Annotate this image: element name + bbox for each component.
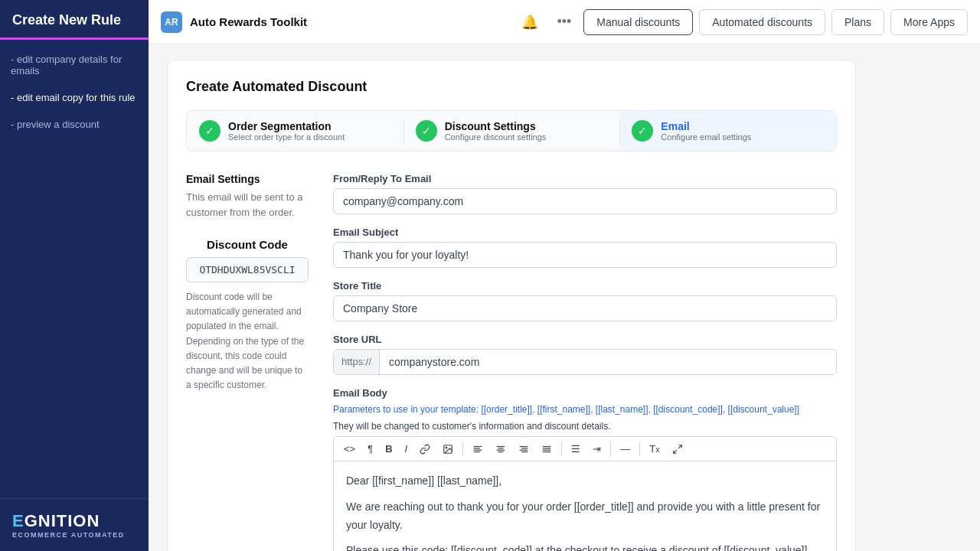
form-layout: Email Settings This email will be sent t… [186, 173, 837, 551]
toolbar-paragraph-btn[interactable]: ¶ [362, 440, 378, 458]
params-info-line1: Parameters to use in your template: [[or… [333, 403, 837, 416]
store-url-input[interactable] [380, 350, 836, 374]
toolbar-image-btn[interactable] [437, 441, 459, 458]
app-name: Auto Rewards Toolkit [190, 15, 307, 28]
brand-logo: EGNITION ECOMMERCE AUTOMATED [12, 511, 136, 539]
step1-check-icon: ✓ [199, 120, 220, 142]
stepper: ✓ Order Segmentation Select order type f… [186, 110, 837, 152]
sidebar-footer: EGNITION ECOMMERCE AUTOMATED [0, 498, 149, 551]
brand-name: EGNITION [12, 511, 136, 531]
toolbar-list-btn[interactable]: ☰ [566, 440, 586, 458]
toolbar-justify-btn[interactable] [536, 441, 557, 458]
toolbar-bold-btn[interactable]: B [380, 440, 397, 458]
params-prefix: Parameters to use in your template: [333, 404, 481, 415]
notification-icon[interactable]: 🔔 [515, 11, 544, 34]
discount-code-title: Discount Code [186, 238, 309, 251]
step3-title: Email [661, 120, 751, 132]
toolbar-sep4 [639, 442, 640, 456]
toolbar-italic-btn[interactable]: I [400, 440, 413, 458]
email-body-label: Email Body [333, 387, 837, 399]
url-prefix: https:// [334, 350, 380, 374]
create-discount-card: Create Automated Discount ✓ Order Segmen… [167, 60, 856, 551]
sidebar-item-edit-company[interactable]: - edit company details for emails [0, 46, 149, 84]
store-url-group: Store URL https:// [333, 334, 837, 375]
email-settings-label: Email Settings [186, 173, 309, 185]
params-info-line2: They will be changed to customer's infor… [333, 419, 837, 433]
step-email[interactable]: ✓ Email Configure email settings [619, 111, 836, 151]
svg-line-18 [678, 445, 681, 448]
step2-subtitle: Configure discount settings [445, 132, 547, 142]
discount-code-note: Discount code will be automatically gene… [186, 290, 309, 393]
store-title-input[interactable] [333, 295, 837, 321]
toolbar-sep2 [561, 442, 562, 456]
email-settings-desc: This email will be sent to a customer fr… [186, 190, 309, 220]
subject-group: Email Subject [333, 227, 837, 268]
sidebar-title: Create New Rule [0, 0, 149, 40]
sidebar: Create New Rule - edit company details f… [0, 0, 149, 551]
editor-toolbar: <> ¶ B I [333, 436, 837, 461]
toolbar-hr-btn[interactable]: — [615, 440, 635, 458]
from-email-label: From/Reply To Email [333, 173, 837, 184]
sidebar-item-preview[interactable]: - preview a discount [0, 111, 149, 138]
form-right: From/Reply To Email Email Subject Store … [333, 173, 837, 551]
form-left: Email Settings This email will be sent t… [186, 173, 309, 551]
topbar-left: AR Auto Rewards Toolkit [161, 11, 307, 33]
toolbar-link-btn[interactable] [414, 441, 436, 458]
sidebar-nav: - edit company details for emails - edit… [0, 40, 149, 498]
toolbar-format-btn[interactable]: Tx [644, 440, 665, 458]
email-body-line-3: Please use this code: [[discount_code]] … [346, 542, 824, 551]
toolbar-indent-btn[interactable]: ⇥ [587, 440, 606, 458]
step1-subtitle: Select order type for a discount [228, 132, 345, 142]
card-title: Create Automated Discount [186, 79, 837, 95]
svg-line-19 [673, 450, 676, 453]
topbar-right: 🔔 ••• Manual discounts Automated discoun… [515, 9, 968, 35]
plans-button[interactable]: Plans [831, 9, 884, 35]
toolbar-align-right-btn[interactable] [513, 441, 534, 458]
automated-discounts-button[interactable]: Automated discounts [699, 9, 825, 35]
subject-input[interactable] [333, 242, 837, 268]
step2-title: Discount Settings [445, 120, 547, 132]
toolbar-fullscreen-btn[interactable] [667, 441, 688, 458]
content-area: Create Automated Discount ✓ Order Segmen… [149, 44, 980, 551]
params-values: [[order_title]], [[first_name]], [[last_… [481, 404, 799, 415]
url-input-wrap: https:// [333, 349, 837, 375]
step1-title: Order Segmentation [228, 120, 345, 132]
email-body-line-2: We are reaching out to thank you for you… [346, 498, 824, 535]
toolbar-align-center-btn[interactable] [490, 441, 511, 458]
store-title-group: Store Title [333, 280, 837, 321]
topbar: AR Auto Rewards Toolkit 🔔 ••• Manual dis… [149, 0, 980, 44]
svg-point-1 [446, 447, 447, 448]
step-order-segmentation[interactable]: ✓ Order Segmentation Select order type f… [187, 111, 403, 151]
from-email-input[interactable] [333, 188, 837, 214]
main-area: AR Auto Rewards Toolkit 🔔 ••• Manual dis… [149, 0, 980, 551]
manual-discounts-button[interactable]: Manual discounts [583, 9, 693, 35]
discount-code-block: Discount Code Discount code will be auto… [186, 238, 309, 393]
step3-check-icon: ✓ [632, 120, 653, 142]
from-email-group: From/Reply To Email [333, 173, 837, 214]
brand-sub: ECOMMERCE AUTOMATED [12, 531, 136, 539]
step-discount-settings[interactable]: ✓ Discount Settings Configure discount s… [403, 111, 620, 151]
subject-label: Email Subject [333, 227, 837, 238]
email-body-editor[interactable]: Dear [[first_name]] [[last_name]], We ar… [333, 461, 837, 551]
toolbar-align-left-btn[interactable] [467, 441, 488, 458]
store-title-label: Store Title [333, 280, 837, 292]
app-icon: AR [161, 11, 182, 33]
more-apps-button[interactable]: More Apps [890, 9, 968, 35]
more-options-icon[interactable]: ••• [550, 11, 577, 33]
store-url-label: Store URL [333, 334, 837, 345]
toolbar-code-btn[interactable]: <> [338, 440, 361, 458]
email-body-line-1: Dear [[first_name]] [[last_name]], [346, 472, 824, 491]
discount-code-input[interactable] [186, 257, 309, 282]
toolbar-sep3 [610, 442, 611, 456]
step2-check-icon: ✓ [416, 120, 437, 142]
sidebar-item-edit-email[interactable]: - edit email copy for this rule [0, 84, 149, 111]
step3-subtitle: Configure email settings [661, 132, 751, 142]
email-body-section: Email Body Parameters to use in your tem… [333, 387, 837, 551]
toolbar-sep1 [462, 442, 463, 456]
